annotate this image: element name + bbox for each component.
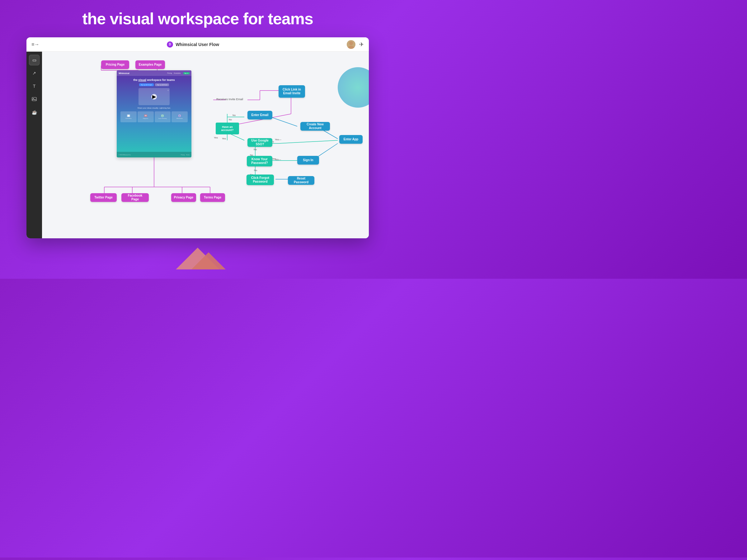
svg-rect-48 xyxy=(179,115,181,117)
no-label-1: No xyxy=(229,118,232,121)
reset-password-node[interactable]: Reset Password xyxy=(288,176,314,185)
yes-label-password: Yes— xyxy=(275,158,281,161)
click-forgot-node[interactable]: Click Forgot Password xyxy=(247,175,274,185)
browser-content: ▭ ↗ T ☕ xyxy=(26,52,369,238)
website-preview: Whimsical Pricing Examples Sign In the v… xyxy=(117,70,191,157)
preview-logo: Whimsical xyxy=(119,72,129,74)
enter-app-node[interactable]: Enter App xyxy=(339,135,363,144)
document-title: Whimsical User Flow xyxy=(176,42,219,47)
titlebar-right: ✈ xyxy=(347,40,364,49)
titlebar-left: ≡→ xyxy=(31,42,39,47)
email-btn: Sign up with Email xyxy=(155,83,169,86)
footer-links: Privacy Terms xyxy=(181,154,189,156)
footer-terms: Terms xyxy=(186,154,189,156)
nav-examples: Examples xyxy=(174,72,181,74)
svg-point-1 xyxy=(348,46,354,49)
examples-page-node[interactable]: Examples Page xyxy=(135,60,165,69)
create-account-node[interactable]: Create New Account xyxy=(300,122,330,131)
svg-rect-47 xyxy=(162,115,163,116)
preview-hero-text: the visual workspace for teams xyxy=(119,78,189,81)
preview-subtext: Share your ideas visually. Lightning fas… xyxy=(119,107,189,109)
svg-rect-44 xyxy=(145,115,147,116)
no-label-password: No xyxy=(254,169,257,172)
svg-rect-43 xyxy=(129,116,129,117)
card-icon-1 xyxy=(127,114,130,117)
card-text-2: Diagrams xyxy=(143,117,148,119)
svg-rect-41 xyxy=(129,115,129,116)
sign-in-node[interactable]: Sign In xyxy=(297,156,319,165)
svg-rect-40 xyxy=(128,115,129,116)
privacy-page-node[interactable]: Privacy Page xyxy=(171,193,196,202)
twitter-page-node[interactable]: Twitter Page xyxy=(90,193,117,202)
cup-tool[interactable]: ☕ xyxy=(29,107,40,117)
select-tool[interactable]: ▭ xyxy=(29,55,40,65)
enter-email-node[interactable]: Enter Email xyxy=(248,111,272,119)
svg-rect-45 xyxy=(145,116,147,116)
card-icon-3 xyxy=(161,114,164,117)
receives-invite-label: Receives Invite Email xyxy=(216,98,243,101)
card-text-3: Issue Planning xyxy=(158,117,166,119)
mountain-decoration xyxy=(151,244,244,269)
card-text-4: Wireframes xyxy=(177,117,183,119)
card-4: Wireframes xyxy=(172,111,188,122)
card-text-1: Flowcharts xyxy=(125,117,131,119)
image-tool[interactable] xyxy=(29,94,40,105)
headline: the visual workspace for teams xyxy=(82,9,313,28)
card-3: Issue Planning xyxy=(155,111,171,122)
svg-text:No: No xyxy=(232,114,236,117)
have-account-container: Have an account? xyxy=(216,123,239,134)
terms-page-node[interactable]: Terms Page xyxy=(200,193,225,202)
preview-video: ▶ ii xyxy=(138,88,170,105)
browser-window: ≡→ D Whimsical User Flow ✈ ▭ ↗ T xyxy=(26,37,369,238)
nav-pricing: Pricing xyxy=(167,72,172,74)
left-toolbar: ▭ ↗ T ☕ xyxy=(26,52,42,238)
no-label-google: No xyxy=(254,148,257,151)
text-tool[interactable]: T xyxy=(29,81,40,91)
whimsical-logo: D xyxy=(167,42,173,48)
yes-label-1: Yes xyxy=(214,136,218,139)
card-icon-4 xyxy=(178,114,181,117)
google-btn: Sign up with Google xyxy=(139,83,154,86)
share-icon[interactable]: ✈ xyxy=(359,41,364,48)
svg-rect-42 xyxy=(128,116,129,117)
preview-buttons: Sign up with Google Sign up with Email xyxy=(119,83,189,86)
preview-nav: Whimsical Pricing Examples Sign In xyxy=(117,70,191,76)
canvas-area[interactable]: No Yes Yes No xyxy=(42,52,369,238)
know-password-node[interactable]: Know Your Password? xyxy=(247,156,272,166)
card-2: Diagrams xyxy=(137,111,154,122)
use-google-node[interactable]: Use Google SSO? xyxy=(248,138,272,147)
browser-titlebar: ≡→ D Whimsical User Flow ✈ xyxy=(26,37,369,52)
menu-icon[interactable]: ≡→ xyxy=(31,42,39,47)
pricing-page-node[interactable]: Pricing Page xyxy=(101,60,129,69)
have-account-node[interactable]: Have an account? xyxy=(216,123,239,134)
click-link-node[interactable]: Click Link in Email Invite xyxy=(279,85,305,98)
arrow-tool[interactable]: ↗ xyxy=(29,68,40,78)
deco-circle xyxy=(338,67,369,108)
yes-label-google: Yes— xyxy=(275,138,281,141)
nav-signin: Sign In xyxy=(183,72,189,74)
connections-svg: No Yes Yes No xyxy=(42,52,369,238)
titlebar-center: D Whimsical User Flow xyxy=(167,42,219,48)
preview-footer: © 2019 Whimsical Inc. Privacy Terms xyxy=(117,152,191,157)
play-btn: ▶ xyxy=(151,94,157,100)
footer-copyright: © 2019 Whimsical Inc. xyxy=(119,154,131,156)
svg-point-0 xyxy=(349,42,353,45)
svg-text:Yes: Yes xyxy=(222,137,226,140)
card-icon-2 xyxy=(144,114,147,117)
svg-rect-2 xyxy=(32,97,36,101)
card-1: Flowcharts xyxy=(121,111,137,122)
preview-cards: Flowcharts Diagrams Issue xyxy=(119,111,189,122)
svg-line-25 xyxy=(279,140,338,143)
preview-hero: the visual workspace for teams Sign up w… xyxy=(117,76,191,125)
footer-privacy: Privacy xyxy=(181,154,185,156)
facebook-page-node[interactable]: Facebook Page xyxy=(121,193,149,202)
avatar[interactable] xyxy=(347,40,356,49)
preview-nav-links: Pricing Examples xyxy=(167,72,181,74)
